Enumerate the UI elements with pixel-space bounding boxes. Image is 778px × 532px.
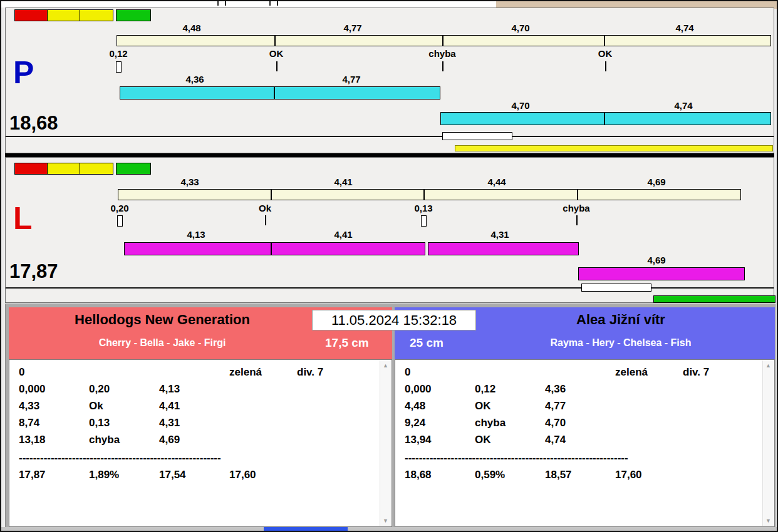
segment-divider — [271, 243, 272, 255]
cell: 17,54 — [159, 469, 186, 481]
segment-divider — [442, 36, 443, 46]
cell: div. 7 — [683, 366, 709, 379]
cell: 1,89% — [89, 469, 119, 481]
cell: 17,87 — [19, 469, 46, 481]
cell: 4,31 — [159, 417, 180, 429]
split-time-label: 4,77 — [343, 23, 361, 33]
lane-l-section: 4,33 4,41 4,44 4,69 0,20 Ok 0,13 chyba 4… — [5, 157, 774, 303]
segment-divider — [604, 113, 605, 125]
total-scale-bar — [117, 35, 771, 46]
run-time-label: 4,41 — [334, 229, 352, 240]
app-window: 4,48 4,77 4,70 4,74 0,12 OK chyba OK 4,3… — [0, 0, 778, 532]
dog-names: Cherry - Bella - Jake - Firgi — [9, 337, 316, 349]
team-name: Hellodogs New Generation — [9, 312, 316, 328]
window-edge-fragment — [225, 1, 226, 6]
results-text-left: 0 zelená div. 7 0,000 0,20 4,13 4,33 Ok — [9, 359, 392, 527]
fault-marker-box — [117, 215, 123, 227]
split-time-label: 4,74 — [675, 23, 693, 33]
status-label: 0,12 — [109, 48, 127, 59]
indicator-red — [14, 163, 48, 175]
cell: OK — [475, 434, 491, 446]
team-panel-right: Alea Jižní vítr Rayma - Hery - Chelsea -… — [395, 307, 775, 527]
cell: 4,33 — [19, 400, 39, 412]
cell: 0,13 — [89, 417, 110, 429]
result-row: 8,74 0,13 4,31 — [9, 417, 392, 431]
segment-divider — [274, 36, 276, 46]
status-label: OK — [269, 48, 284, 59]
lane-baseline — [6, 136, 774, 137]
cell: 4,69 — [159, 434, 180, 446]
run-bar-1 — [124, 242, 425, 255]
cell: 4,36 — [545, 383, 566, 396]
split-time-label: 4,69 — [647, 176, 665, 187]
jump-height: 25 cm — [410, 336, 443, 350]
results-area: Hellodogs New Generation Cherry - Bella … — [5, 304, 775, 529]
status-label: chyba — [563, 203, 589, 213]
lane-p-section: 4,48 4,77 4,70 4,74 0,12 OK chyba OK 4,3… — [5, 8, 774, 153]
totals-row: 18,68 0,59% 18,57 17,60 — [395, 469, 774, 483]
status-label: 0,20 — [110, 203, 128, 213]
scroll-up-icon[interactable]: ▲ — [763, 361, 774, 371]
split-time-label: 4,33 — [180, 176, 199, 187]
totals-row: 17,87 1,89% 17,54 17,60 — [9, 469, 392, 483]
run-time-label: 4,31 — [490, 229, 509, 240]
result-row: 0,000 0,12 4,36 — [395, 383, 774, 397]
cell: chyba — [89, 434, 120, 446]
cell: 4,74 — [545, 434, 566, 446]
cell: 4,48 — [405, 400, 425, 412]
fault-marker-box — [421, 215, 427, 227]
tick-mark — [605, 61, 606, 71]
separator-row: ----------------------------------------… — [395, 452, 774, 466]
cell: 17,60 — [229, 469, 256, 481]
lane-total-time: 18,68 — [9, 113, 58, 133]
status-label: OK — [598, 48, 613, 59]
cell: 0 — [19, 366, 24, 379]
cell: 0 — [405, 366, 410, 379]
cell: 13,18 — [19, 434, 46, 446]
tick-mark — [576, 215, 578, 225]
result-row: 0 zelená div. 7 — [395, 366, 774, 380]
cell: ----------------------------------------… — [405, 452, 628, 464]
race-timestamp: 11.05.2024 15:32:18 — [312, 310, 476, 330]
cell: 0,20 — [89, 383, 110, 396]
run-time-label: 4,74 — [674, 100, 692, 111]
lane-total-time: 17,87 — [9, 262, 58, 281]
window-edge-fragment — [269, 1, 271, 6]
result-row: 0 zelená div. 7 — [9, 366, 392, 380]
scroll-down-icon[interactable]: ▼ — [380, 516, 391, 526]
segment-divider — [604, 36, 605, 46]
indicator-green — [116, 163, 151, 175]
segment-divider — [274, 87, 275, 99]
cell: Ok — [89, 400, 103, 412]
marker-bar-yellow — [455, 145, 773, 151]
run-time-label: 4,77 — [342, 74, 360, 84]
cell: 4,13 — [159, 383, 180, 396]
indicator-red — [14, 9, 48, 21]
result-row: 13,18 chyba 4,69 — [9, 434, 392, 448]
cell: 0,000 — [405, 383, 432, 396]
lane-letter: P — [13, 57, 34, 88]
segment-divider — [577, 190, 578, 200]
bottom-strip — [1, 527, 777, 531]
scrollbar[interactable]: ▲ ▼ — [762, 361, 774, 526]
team-panel-left: Hellodogs New Generation Cherry - Bella … — [9, 307, 392, 527]
scroll-up-icon[interactable]: ▲ — [380, 361, 391, 371]
split-time-label: 4,48 — [182, 23, 200, 33]
tick-mark — [265, 215, 266, 225]
result-row: 0,000 0,20 4,13 — [9, 383, 392, 397]
scrollbar[interactable]: ▲ ▼ — [380, 361, 391, 526]
split-time-label: 4,44 — [487, 176, 506, 187]
run-time-label: 4,36 — [185, 74, 204, 84]
segment-divider — [423, 190, 425, 200]
jump-height: 17,5 cm — [325, 336, 369, 350]
total-scale-bar — [118, 189, 741, 200]
result-row: 13,94 OK 4,74 — [395, 434, 774, 448]
cell: 18,68 — [405, 469, 432, 481]
window-edge-fragment — [277, 1, 278, 6]
scroll-down-icon[interactable]: ▼ — [763, 516, 774, 526]
status-label: 0,13 — [414, 203, 432, 213]
run-bar-2 — [440, 112, 771, 125]
cell: 9,24 — [405, 417, 425, 429]
cell: div. 7 — [297, 366, 323, 379]
marker-bar-white — [581, 284, 651, 292]
